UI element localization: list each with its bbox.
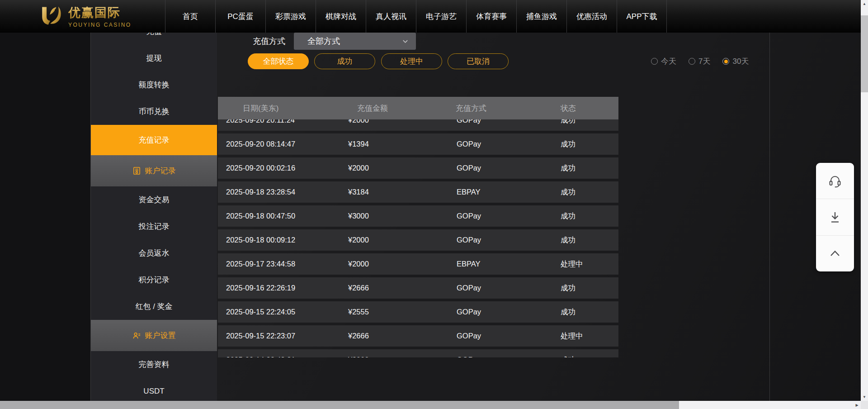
sidebar-item-deposit-records[interactable]: 充值记录 <box>91 125 217 155</box>
status-filter-all[interactable]: 全部状态 <box>248 53 309 69</box>
download-button[interactable] <box>816 199 854 235</box>
table-row: 2025-09-14 22:48:21 ¥2000 GOPay 成功 <box>218 349 618 357</box>
nav-item-lottery[interactable]: 彩票游戏 <box>265 0 316 33</box>
content-right-divider <box>769 33 770 401</box>
nav-item-promotions[interactable]: 优惠活动 <box>566 0 617 33</box>
sidebar-item-points-records[interactable]: 积分记录 <box>91 266 217 293</box>
range-radio-today[interactable]: 今天 <box>651 56 676 67</box>
brand-subtitle: YOUYING CASINO <box>68 22 132 28</box>
deposit-method-select[interactable]: 全部方式 <box>294 33 416 50</box>
sidebar-item-bet-records[interactable]: 投注记录 <box>91 213 217 240</box>
cell-method: GOPay <box>439 164 543 172</box>
status-filter-success[interactable]: 成功 <box>314 53 375 69</box>
cell-method: GOPay <box>439 284 543 292</box>
customer-service-button[interactable] <box>816 163 854 199</box>
sidebar-item-redpacket-bonus[interactable]: 红包 / 奖金 <box>91 293 217 320</box>
cell-status: 处理中 <box>543 259 618 269</box>
radio-circle-icon <box>651 58 658 65</box>
brand-title: 优赢国际 <box>68 5 132 21</box>
vertical-scrollbar[interactable]: ▲ ▼ <box>861 0 868 401</box>
chevron-down-icon <box>402 38 409 45</box>
range-radio-30days[interactable]: 30天 <box>722 56 749 67</box>
cell-date: 2025-09-20 08:14:47 <box>218 140 335 148</box>
cell-amount: ¥1394 <box>335 140 439 148</box>
status-filter-processing[interactable]: 处理中 <box>381 53 442 69</box>
column-header-amount: 充值金额 <box>335 103 439 114</box>
scroll-up-arrow[interactable]: ▲ <box>861 0 868 8</box>
nav-item-app-download[interactable]: APP下载 <box>617 0 667 33</box>
scroll-right-arrow[interactable]: ▶ <box>853 401 861 409</box>
status-filter-cancelled[interactable]: 已取消 <box>448 53 509 69</box>
cell-status: 成功 <box>543 187 618 197</box>
sidebar-item-fund-transactions[interactable]: 资金交易 <box>91 186 217 213</box>
nav-item-live-casino[interactable]: 真人视讯 <box>366 0 416 33</box>
nav-item-board-games[interactable]: 棋牌对战 <box>316 0 366 33</box>
cell-method: EBPAY <box>439 188 543 196</box>
brand-text: 优赢国际 YOUYING CASINO <box>68 5 132 28</box>
cell-method: EBPAY <box>439 260 543 268</box>
nav-item-slots[interactable]: 电子游艺 <box>416 0 466 33</box>
column-header-method: 充值方式 <box>439 103 543 114</box>
horizontal-scrollbar-thumb[interactable] <box>0 401 679 409</box>
column-header-date: 日期(美东) <box>218 103 335 114</box>
nav-menu: 首页 PC蛋蛋 彩票游戏 棋牌对战 真人视讯 电子游艺 体育赛事 捕鱼游戏 优惠… <box>165 0 667 33</box>
left-gutter <box>0 33 90 401</box>
sidebar-item-quota-transfer[interactable]: 额度转换 <box>91 71 217 98</box>
sidebar-section-account-settings[interactable]: 账户设置 <box>91 320 217 351</box>
nav-item-home[interactable]: 首页 <box>165 0 215 33</box>
table-row: 2025-09-17 23:44:58 ¥2000 EBPAY 处理中 <box>218 253 618 275</box>
range-label: 30天 <box>732 56 749 67</box>
nav-item-sports[interactable]: 体育赛事 <box>466 0 516 33</box>
scrollbar-corner <box>861 401 868 409</box>
back-to-top-button[interactable] <box>816 235 854 271</box>
cell-amount: ¥2666 <box>335 284 439 292</box>
vertical-scrollbar-thumb[interactable] <box>861 15 868 92</box>
cell-status: 处理中 <box>543 331 618 341</box>
deposit-records-table: 日期(美东) 充值金额 充值方式 状态 2025-09-20 20:11:24 … <box>218 97 618 357</box>
ledger-icon <box>132 166 141 175</box>
table-row: 2025-09-20 08:14:47 ¥1394 GOPay 成功 <box>218 133 618 155</box>
cell-method: GOPay <box>439 140 543 148</box>
sidebar-item-deposit[interactable]: 充值 <box>91 33 217 45</box>
page: 优赢国际 YOUYING CASINO 首页 PC蛋蛋 彩票游戏 棋牌对战 真人… <box>0 0 868 409</box>
cell-amount: ¥2000 <box>335 164 439 172</box>
floating-action-panel <box>816 163 854 271</box>
deposit-method-value: 全部方式 <box>307 36 402 47</box>
table-row: 2025-09-15 22:23:07 ¥2666 GOPay 处理中 <box>218 325 618 347</box>
column-header-status: 状态 <box>543 103 618 114</box>
sidebar-section-label: 账户设置 <box>145 330 176 341</box>
sidebar-item-usdt[interactable]: USDT <box>91 378 217 401</box>
cell-status: 成功 <box>543 307 618 317</box>
cell-method: GOPay <box>439 236 543 244</box>
cell-date: 2025-09-16 22:26:19 <box>218 284 335 292</box>
range-label: 今天 <box>661 56 676 67</box>
cell-amount: ¥2000 <box>335 236 439 244</box>
scroll-down-arrow[interactable]: ▼ <box>861 393 868 401</box>
radio-circle-icon <box>689 58 695 65</box>
table-row: 2025-09-16 22:26:19 ¥2666 GOPay 成功 <box>218 277 618 299</box>
table-row: 2025-09-15 22:24:05 ¥2555 GOPay 成功 <box>218 301 618 323</box>
nav-item-fishing[interactable]: 捕鱼游戏 <box>516 0 566 33</box>
range-radio-7days[interactable]: 7天 <box>689 56 710 67</box>
sidebar-item-coin-exchange[interactable]: 币币兑换 <box>91 98 217 125</box>
table-row: 2025-09-18 23:28:54 ¥3184 EBPAY 成功 <box>218 181 618 203</box>
user-card-icon <box>132 331 141 340</box>
cell-amount: ¥3184 <box>335 188 439 196</box>
cell-amount: ¥2555 <box>335 308 439 316</box>
sidebar-section-label: 账户记录 <box>145 166 176 176</box>
table-row: 2025-09-20 00:02:16 ¥2000 GOPay 成功 <box>218 157 618 179</box>
cell-date: 2025-09-14 22:48:21 <box>218 356 335 357</box>
sidebar-section-account-records[interactable]: 账户记录 <box>91 155 217 186</box>
site-logo[interactable]: 优赢国际 YOUYING CASINO <box>38 5 132 28</box>
table-body[interactable]: 2025-09-20 20:11:24 ¥2000 GOPay 成功 2025-… <box>218 119 618 357</box>
sidebar-item-member-rebate[interactable]: 会员返水 <box>91 240 217 266</box>
radio-circle-checked-icon <box>722 58 729 65</box>
cell-amount: ¥2000 <box>335 260 439 268</box>
sidebar-item-withdraw[interactable]: 提现 <box>91 45 217 71</box>
cell-method: GOPay <box>439 356 543 357</box>
cell-status: 成功 <box>543 235 618 245</box>
cell-method: GOPay <box>439 212 543 220</box>
nav-item-pcdandan[interactable]: PC蛋蛋 <box>215 0 265 33</box>
horizontal-scrollbar[interactable]: ▶ <box>0 401 861 409</box>
sidebar-item-complete-profile[interactable]: 完善资料 <box>91 351 217 378</box>
